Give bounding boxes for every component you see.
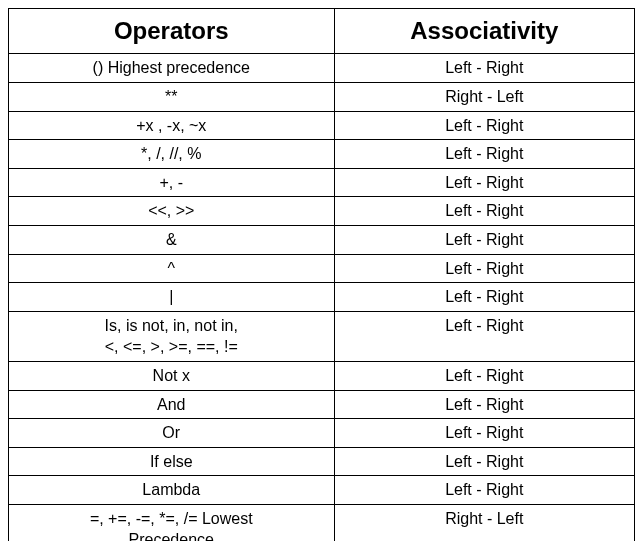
associativity-cell: Left - Right [334,197,634,226]
operator-cell: | [9,283,335,312]
precedence-table: Operators Associativity () Highest prece… [8,8,635,541]
operator-text: =, +=, -=, *=, /= Lowest [15,508,328,530]
header-associativity: Associativity [334,9,634,54]
operator-cell: ** [9,82,335,111]
associativity-cell: Left - Right [334,54,634,83]
table-row: =, +=, -=, *=, /= LowestPrecedenceRight … [9,504,635,541]
operator-text: Not x [15,365,328,387]
operator-cell: & [9,225,335,254]
operator-cell: Or [9,419,335,448]
header-operators: Operators [9,9,335,54]
operator-cell: +x , -x, ~x [9,111,335,140]
associativity-cell: Right - Left [334,82,634,111]
operator-text: Or [15,422,328,444]
operator-text: Is, is not, in, not in, [15,315,328,337]
operator-cell: ^ [9,254,335,283]
table-row: |Left - Right [9,283,635,312]
operator-text: +x , -x, ~x [15,115,328,137]
table-row: <<, >>Left - Right [9,197,635,226]
associativity-cell: Left - Right [334,168,634,197]
associativity-cell: Left - Right [334,111,634,140]
table-row: Not xLeft - Right [9,361,635,390]
operator-text: <, <=, >, >=, ==, != [15,336,328,358]
operator-text: | [15,286,328,308]
associativity-cell: Left - Right [334,361,634,390]
table-row: AndLeft - Right [9,390,635,419]
operator-text: ^ [15,258,328,280]
table-row: &Left - Right [9,225,635,254]
associativity-cell: Left - Right [334,311,634,361]
table-row: **Right - Left [9,82,635,111]
operator-text: <<, >> [15,200,328,222]
operator-cell: *, /, //, % [9,140,335,169]
associativity-cell: Left - Right [334,283,634,312]
associativity-cell: Right - Left [334,504,634,541]
associativity-cell: Left - Right [334,254,634,283]
operator-cell: And [9,390,335,419]
associativity-cell: Left - Right [334,476,634,505]
associativity-cell: Left - Right [334,225,634,254]
table-header-row: Operators Associativity [9,9,635,54]
operator-cell: If else [9,447,335,476]
operator-cell: Not x [9,361,335,390]
operator-cell: <<, >> [9,197,335,226]
table-row: Is, is not, in, not in,<, <=, >, >=, ==,… [9,311,635,361]
operator-text: *, /, //, % [15,143,328,165]
operator-text: Precedence [15,529,328,541]
associativity-cell: Left - Right [334,447,634,476]
associativity-cell: Left - Right [334,419,634,448]
operator-text: And [15,394,328,416]
table-row: LambdaLeft - Right [9,476,635,505]
table-row: +x , -x, ~xLeft - Right [9,111,635,140]
operator-text: If else [15,451,328,473]
operator-cell: () Highest precedence [9,54,335,83]
operator-text: +, - [15,172,328,194]
operator-cell: Lambda [9,476,335,505]
operator-cell: Is, is not, in, not in,<, <=, >, >=, ==,… [9,311,335,361]
operator-text: () Highest precedence [15,57,328,79]
associativity-cell: Left - Right [334,390,634,419]
operator-cell: =, +=, -=, *=, /= LowestPrecedence [9,504,335,541]
table-row: () Highest precedenceLeft - Right [9,54,635,83]
associativity-cell: Left - Right [334,140,634,169]
operator-text: ** [15,86,328,108]
operator-cell: +, - [9,168,335,197]
table-row: ^Left - Right [9,254,635,283]
operator-text: Lambda [15,479,328,501]
operator-text: & [15,229,328,251]
table-row: If elseLeft - Right [9,447,635,476]
table-row: *, /, //, %Left - Right [9,140,635,169]
table-row: OrLeft - Right [9,419,635,448]
table-row: +, -Left - Right [9,168,635,197]
